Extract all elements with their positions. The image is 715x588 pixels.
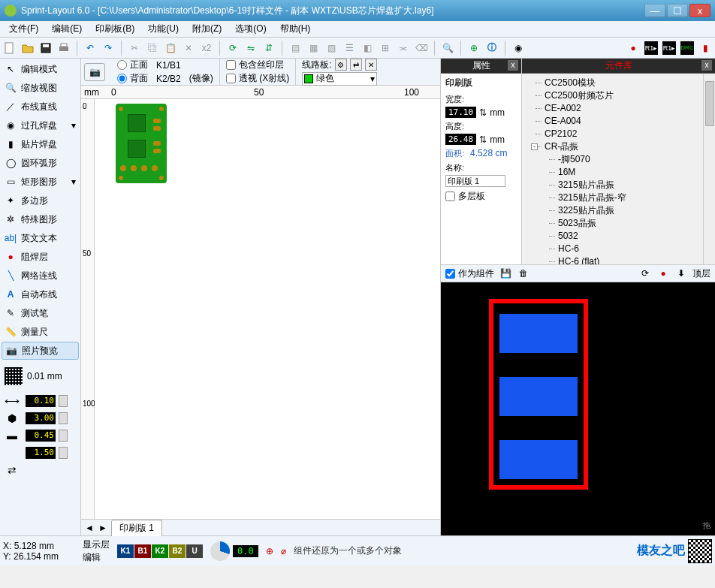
snap-icon[interactable]: ⊞ — [379, 41, 392, 55]
spin-icon[interactable] — [59, 430, 68, 442]
record-icon[interactable]: ● — [656, 267, 670, 280]
tree-item[interactable]: CE-A004 — [523, 115, 713, 128]
cross-icon[interactable]: ⌀ — [281, 546, 286, 556]
align-icon[interactable]: ▤ — [288, 41, 302, 55]
menu-help[interactable]: 帮助(H) — [274, 21, 317, 37]
as-component-check[interactable]: 作为组件 — [445, 267, 494, 280]
tree-item[interactable]: CC2500模块 — [523, 77, 713, 89]
search-icon[interactable]: 🔍 — [441, 41, 454, 55]
layer-u[interactable]: U — [186, 544, 203, 558]
color-combo[interactable]: 绿色▾ — [302, 72, 376, 86]
warn-icon[interactable]: ▮ — [698, 41, 712, 55]
con-icon[interactable]: ⫘ — [397, 41, 410, 55]
padsize-field[interactable]: ⬢3.00 — [2, 411, 79, 426]
spin-icon[interactable]: ⇅ — [479, 134, 487, 145]
maximize-button[interactable]: ☐ — [667, 4, 688, 17]
flipv-icon[interactable]: ⇵ — [262, 41, 276, 55]
menu-edit[interactable]: 编辑(E) — [46, 21, 88, 37]
target2-icon[interactable]: ⊕ — [266, 546, 273, 556]
tool-smd[interactable]: ▮贴片焊盘 — [2, 135, 79, 153]
save-icon[interactable] — [39, 41, 53, 55]
tool-arc[interactable]: ◯圆环弧形 — [2, 154, 79, 172]
canvas[interactable] — [95, 99, 440, 519]
menu-addon[interactable]: 附加(Z) — [186, 21, 228, 37]
tree-item[interactable]: 3215贴片晶振-窄 — [523, 191, 713, 204]
layer-k2[interactable]: K2 — [152, 544, 168, 558]
redo-icon[interactable]: ↷ — [101, 41, 115, 55]
del2-icon[interactable]: ⌫ — [415, 41, 428, 55]
tool-preview[interactable]: 📷照片预览 — [2, 342, 79, 360]
tool-autoroute[interactable]: A自动布线 — [2, 285, 79, 303]
rec-icon[interactable]: ● — [626, 41, 640, 55]
tool-via[interactable]: ◉过孔焊盘▾ — [2, 116, 79, 134]
tree-item[interactable]: 5023晶振 — [523, 217, 713, 230]
tab-next[interactable]: ► — [98, 523, 108, 533]
rotation-value[interactable]: 0.0 — [233, 545, 258, 557]
layer-k1[interactable]: K1 — [117, 544, 134, 558]
tool-rect[interactable]: ▭矩形图形▾ — [2, 173, 79, 191]
cut-icon[interactable]: ✂ — [128, 41, 141, 55]
layer-b2[interactable]: B2 — [169, 544, 186, 558]
tree-item[interactable]: CE-A002 — [523, 102, 713, 115]
tool-text[interactable]: ab|英文文本 — [2, 229, 79, 247]
tool-edit[interactable]: ↖编辑模式 — [2, 60, 79, 78]
linecfg-button[interactable]: ⚙ — [335, 59, 347, 71]
paste-icon[interactable]: 📋 — [164, 41, 177, 55]
menu-option[interactable]: 选项(O) — [229, 21, 272, 37]
tree-item[interactable]: CP2102 — [523, 128, 713, 140]
spin-icon[interactable] — [59, 447, 68, 459]
tree-item[interactable]: CC2500射频芯片 — [523, 89, 713, 102]
delete-icon[interactable]: ✕ — [182, 41, 195, 55]
download-icon[interactable]: ⬇ — [674, 267, 688, 280]
multilayer-check[interactable]: 多层板 — [445, 190, 517, 203]
library-tree[interactable]: CC2500模块 CC2500射频芯片 CE-A002 CE-A004 CP21… — [522, 74, 715, 264]
silk-check[interactable]: 包含丝印层 — [226, 59, 289, 71]
copy-icon[interactable]: ⿻ — [146, 41, 159, 55]
spin-icon[interactable]: ⇅ — [479, 107, 487, 118]
misc-icon[interactable]: ◧ — [361, 41, 374, 55]
lib-close[interactable]: x — [701, 60, 712, 71]
layer-b1[interactable]: B1 — [134, 544, 151, 558]
collapse-icon[interactable]: - — [531, 143, 538, 150]
close-button[interactable]: x — [689, 4, 710, 17]
target-icon[interactable]: ⊕ — [467, 41, 481, 55]
tool-poly[interactable]: ✦多边形 — [2, 191, 79, 210]
trackwidth-field[interactable]: ⟷0.10 — [2, 394, 79, 409]
layer-label[interactable]: 顶层 — [692, 267, 710, 280]
tree-item[interactable]: 16M — [523, 166, 713, 179]
tab-prev[interactable]: ◄ — [84, 523, 95, 533]
fliph-icon[interactable]: ⇋ — [244, 41, 258, 55]
open-icon[interactable] — [21, 41, 35, 55]
tree-item[interactable]: HC-6 (flat) — [523, 255, 713, 264]
undo-icon[interactable]: ↶ — [83, 41, 97, 55]
lineclose-button[interactable]: ✕ — [365, 59, 377, 71]
print-icon[interactable] — [57, 41, 71, 55]
gauge-icon[interactable] — [210, 541, 230, 561]
tool-zoom[interactable]: 🔍缩放视图 — [2, 79, 79, 97]
tree-group[interactable]: -CR-晶振 — [523, 140, 713, 153]
camera2-icon[interactable]: 📷 — [84, 63, 105, 81]
props-close[interactable]: x — [508, 60, 518, 71]
tool-probe[interactable]: ✎测试笔 — [2, 304, 79, 322]
group-icon[interactable]: ▦ — [306, 41, 320, 55]
front-radio[interactable]: 正面 K1/B1 — [117, 59, 213, 71]
tab-board[interactable]: 印刷版 1 — [111, 520, 162, 536]
save-comp-icon[interactable]: 💾 — [499, 267, 512, 280]
refresh-icon[interactable]: ⟳ — [638, 267, 652, 280]
width-value[interactable]: 17.10 — [445, 107, 476, 118]
tree-item[interactable]: 5032 — [523, 230, 713, 243]
tool-net[interactable]: ╲网络连线 — [2, 267, 79, 285]
new-icon[interactable] — [3, 41, 17, 55]
minimize-button[interactable]: — — [644, 4, 665, 17]
tool-mask[interactable]: ●阻焊层 — [2, 248, 79, 266]
r2-icon[interactable]: R1▸ — [662, 41, 676, 55]
smd-h-field[interactable]: 1.50 — [2, 445, 79, 460]
smd-w-field[interactable]: ▬0.45 — [2, 428, 79, 443]
lineflip-button[interactable]: ⇄ — [350, 59, 362, 71]
tool-track[interactable]: ／布线直线 — [2, 98, 79, 116]
tree-item[interactable]: 3225贴片晶振 — [523, 204, 713, 217]
tree-scrollbar[interactable] — [703, 74, 715, 264]
spin-icon[interactable] — [59, 395, 68, 407]
tool-special[interactable]: ✲特殊图形 — [2, 210, 79, 228]
name-input[interactable] — [445, 175, 505, 187]
